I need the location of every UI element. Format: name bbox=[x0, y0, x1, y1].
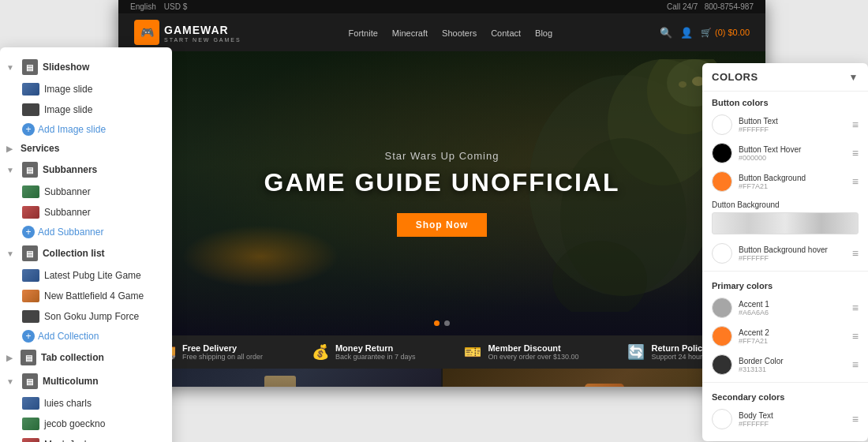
slideshow-section-icon: ▤ bbox=[22, 59, 38, 75]
add-image-slide-label: Add Image slide bbox=[38, 124, 106, 135]
colors-collapse-icon[interactable]: ▼ bbox=[849, 72, 859, 83]
feature-delivery: 🚚 Free Delivery Free shipping on all ord… bbox=[159, 343, 263, 361]
button-text-swatch[interactable] bbox=[712, 114, 732, 135]
sidebar-section-services[interactable]: ▶ Services bbox=[0, 139, 172, 158]
list-item[interactable]: Mack Jeckno bbox=[0, 434, 172, 442]
features-bar: 🚚 Free Delivery Free shipping on all ord… bbox=[118, 335, 765, 369]
sidebar-section-multicolumn[interactable]: ▼ ▤ Multicolumn bbox=[0, 369, 172, 393]
add-image-slide-button[interactable]: + Add Image slide bbox=[0, 120, 172, 139]
collection-item-2: New Battlefield 4 Game bbox=[44, 290, 144, 302]
hero-content: Star Wars Up Coming GAME GUIDE UNOFFICIA… bbox=[264, 150, 620, 237]
button-text-hover-swatch[interactable] bbox=[712, 143, 732, 163]
body-text-swatch[interactable] bbox=[712, 409, 732, 429]
border-color-swatch[interactable] bbox=[712, 354, 732, 375]
button-bg-color-hex: #FF7A21 bbox=[739, 182, 846, 190]
user-icon[interactable]: 👤 bbox=[680, 27, 693, 39]
money-icon: 💰 bbox=[312, 343, 329, 361]
border-color-hex: #313131 bbox=[739, 365, 846, 373]
shop-now-button[interactable]: Shop Now bbox=[397, 213, 488, 237]
collection-list-icon: ▤ bbox=[22, 245, 38, 261]
color-menu-icon[interactable]: ≡ bbox=[852, 118, 859, 131]
button-bg-hover-color-name: Button Background hover bbox=[739, 245, 846, 254]
accent2-swatch[interactable] bbox=[712, 326, 732, 346]
accent1-swatch[interactable] bbox=[712, 298, 732, 318]
subbanners-section-label: Subbanners bbox=[43, 164, 97, 175]
sidebar-section-slideshow[interactable]: ▼ ▤ Slideshow bbox=[0, 55, 172, 79]
add-subbanner-button[interactable]: + Add Subbanner bbox=[0, 223, 172, 242]
multicolumn-item-1: luies charls bbox=[44, 398, 92, 409]
nav-links: Fortnite Minecraft Shooters Contact Blog bbox=[349, 25, 553, 39]
color-menu-icon-3[interactable]: ≡ bbox=[852, 175, 859, 188]
subbanner-thumb-2 bbox=[22, 206, 39, 219]
color-menu-icon-8[interactable]: ≡ bbox=[852, 413, 859, 425]
multicolumn-item-2: jecob goeckno bbox=[44, 418, 105, 429]
list-item[interactable]: Image slide bbox=[0, 99, 172, 120]
cart-button[interactable]: 🛒 (0) $0.00 bbox=[701, 28, 750, 38]
image-slide-label-1: Image slide bbox=[44, 84, 92, 95]
button-bg-hover-swatch[interactable] bbox=[712, 243, 732, 264]
multicolumn-thumb-1 bbox=[22, 397, 39, 410]
feature-delivery-title: Free Delivery bbox=[182, 343, 263, 353]
chevron-down-icon-2: ▼ bbox=[6, 166, 14, 174]
logo-icon: 🎮 bbox=[134, 20, 159, 45]
tab-collection-icon: ▤ bbox=[21, 350, 36, 365]
border-color-name: Border Color bbox=[739, 357, 846, 365]
dutton-bg-bar[interactable] bbox=[712, 212, 859, 234]
multicolumn-thumb-3 bbox=[22, 438, 39, 442]
collection-thumb-3 bbox=[22, 310, 39, 323]
sidebar-section-tab-collection[interactable]: ▶ ▤ Tab collection bbox=[0, 346, 172, 369]
list-item[interactable]: jecob goeckno bbox=[0, 414, 172, 434]
body-text-color-name: Body Text bbox=[739, 411, 846, 420]
dot-1[interactable] bbox=[434, 320, 440, 326]
chevron-down-icon-3: ▼ bbox=[6, 249, 14, 258]
language-selector[interactable]: English bbox=[130, 2, 156, 11]
secondary-colors-section-title: Secondary colors bbox=[702, 386, 868, 405]
list-item[interactable]: Son Goku Jump Force bbox=[0, 306, 172, 327]
colors-title: COLORS bbox=[712, 71, 758, 83]
subbanner-label-2: Subbanner bbox=[44, 207, 91, 218]
accent2-color-hex: #FF7A21 bbox=[739, 337, 846, 345]
color-row-button-bg-hover: Button Background hover #FFFFFF ≡ bbox=[702, 239, 868, 268]
color-row-accent2: Accent 2 #FF7A21 ≡ bbox=[702, 322, 868, 350]
nav-link-minecraft[interactable]: Minecraft bbox=[392, 28, 428, 38]
add-subbanner-icon: + bbox=[22, 226, 35, 238]
list-item[interactable]: Latest Pubg Lite Game bbox=[0, 265, 172, 286]
colors-panel: COLORS ▼ Button colors Button Text #FFFF… bbox=[702, 63, 868, 441]
dutton-bg-label: Dutton Background bbox=[712, 200, 859, 209]
color-menu-icon-6[interactable]: ≡ bbox=[852, 330, 859, 343]
color-row-accent1: Accent 1 #A6A6A6 ≡ bbox=[702, 294, 868, 322]
color-row-button-text: Button Text #FFFFFF ≡ bbox=[702, 110, 868, 139]
color-menu-icon-5[interactable]: ≡ bbox=[852, 302, 859, 314]
list-item[interactable]: Subbanner bbox=[0, 202, 172, 223]
list-item[interactable]: New Battlefield 4 Game bbox=[0, 286, 172, 306]
color-row-button-bg: Button Background #FF7A21 ≡ bbox=[702, 167, 868, 196]
add-subbanner-label: Add Subbanner bbox=[38, 227, 103, 238]
currency-selector[interactable]: USD $ bbox=[164, 2, 187, 11]
list-item[interactable]: luies charls bbox=[0, 393, 172, 414]
multicolumn-thumb-2 bbox=[22, 418, 39, 430]
color-menu-icon-7[interactable]: ≡ bbox=[852, 358, 859, 371]
button-bg-color-name: Button Background bbox=[739, 174, 846, 182]
search-icon[interactable]: 🔍 bbox=[660, 27, 672, 39]
divider-1 bbox=[702, 271, 868, 272]
collection-thumb-2 bbox=[22, 290, 39, 302]
color-menu-icon-2[interactable]: ≡ bbox=[852, 147, 859, 159]
list-item[interactable]: Subbanner bbox=[0, 182, 172, 202]
color-menu-icon-4[interactable]: ≡ bbox=[852, 247, 859, 260]
nav-link-blog[interactable]: Blog bbox=[535, 28, 552, 38]
nav-link-fortnite[interactable]: Fortnite bbox=[349, 28, 378, 38]
body-text-color-hex: #FFFFFF bbox=[739, 420, 846, 428]
add-collection-button[interactable]: + Add Collection bbox=[0, 327, 172, 346]
feature-discount: 🎫 Member Discount On every order over $1… bbox=[464, 343, 578, 361]
phone-label: Call 24/7 bbox=[667, 2, 698, 11]
button-bg-swatch[interactable] bbox=[712, 171, 732, 192]
list-item[interactable]: Image slide bbox=[0, 79, 172, 99]
dot-2[interactable] bbox=[444, 320, 450, 326]
image-thumb-1 bbox=[22, 83, 39, 96]
sidebar-section-collection-list[interactable]: ▼ ▤ Collection list bbox=[0, 242, 172, 265]
svg-point-7 bbox=[679, 81, 687, 88]
sidebar-section-subbanners[interactable]: ▼ ▤ Subbanners bbox=[0, 158, 172, 182]
nav-link-contact[interactable]: Contact bbox=[491, 28, 521, 38]
collection-thumb-1 bbox=[22, 269, 39, 282]
nav-link-shooters[interactable]: Shooters bbox=[442, 28, 477, 38]
